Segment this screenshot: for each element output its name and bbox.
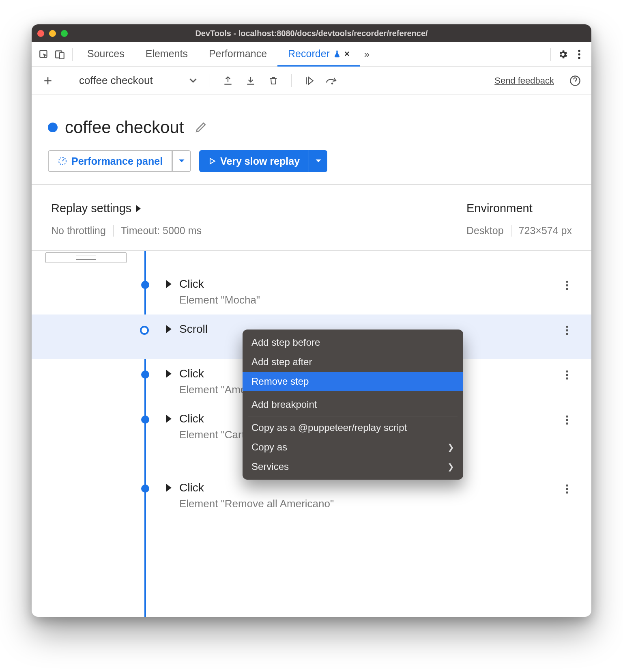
close-tab-icon[interactable]: × (344, 49, 350, 59)
environment-label: Environment (466, 202, 572, 215)
tab-label: Elements (146, 48, 188, 60)
svg-point-16 (566, 374, 568, 376)
step-node-icon (141, 370, 149, 379)
timeline-step[interactable]: Click Element "Mocha" (32, 269, 591, 314)
replay-settings-label: Replay settings (51, 202, 131, 215)
context-menu-item[interactable]: Remove step (243, 372, 463, 391)
step-more-icon[interactable] (559, 370, 575, 380)
device-toggle-icon[interactable] (52, 46, 68, 62)
zoom-window-button[interactable] (61, 30, 68, 37)
divider (210, 74, 210, 87)
menu-item-label: Add breakpoint (251, 399, 317, 410)
recording-name: coffee checkout (79, 74, 153, 87)
replay-speed-dropdown[interactable] (309, 150, 327, 172)
import-icon[interactable] (242, 72, 260, 90)
step-more-icon[interactable] (559, 280, 575, 291)
svg-point-17 (566, 377, 568, 379)
replay-settings[interactable]: Replay settings No throttling Timeout: 5… (51, 202, 202, 237)
settings-icon[interactable] (555, 46, 571, 62)
menu-item-label: Copy as a @puppeteer/replay script (251, 422, 407, 433)
tab-label: Recorder (288, 48, 330, 60)
divider (550, 48, 551, 61)
timeline-step[interactable]: Click Element "Remove all Americano" (32, 473, 591, 518)
step-node-icon (141, 416, 149, 424)
replay-button[interactable]: Very slow replay (199, 150, 327, 172)
expand-step-icon[interactable] (165, 370, 172, 378)
new-recording-button[interactable] (39, 72, 57, 90)
timeline: Click Element "Mocha" Scroll Click Eleme… (32, 251, 591, 617)
step-node-icon (140, 326, 149, 335)
play-icon (208, 157, 216, 165)
recording-indicator-icon (48, 123, 58, 132)
chevron-right-icon: ❯ (447, 442, 454, 452)
help-icon[interactable] (566, 72, 584, 90)
edit-title-icon[interactable] (194, 121, 207, 134)
svg-point-11 (566, 288, 568, 290)
expand-step-icon[interactable] (165, 484, 172, 492)
tab-sources[interactable]: Sources (77, 42, 135, 67)
context-menu-item[interactable]: Copy as a @puppeteer/replay script (243, 418, 463, 437)
tab-label: Performance (209, 48, 267, 60)
svg-point-10 (566, 284, 568, 286)
button-label: Performance panel (71, 155, 163, 167)
device-value: Desktop (466, 225, 504, 237)
delete-icon[interactable] (264, 72, 282, 90)
kebab-menu-icon[interactable] (571, 46, 587, 62)
more-tabs-icon[interactable]: » (360, 49, 374, 60)
expand-step-icon[interactable] (165, 325, 172, 333)
recording-dropdown[interactable]: coffee checkout (75, 74, 201, 87)
step-node-icon (141, 281, 149, 289)
flask-icon (333, 50, 341, 58)
export-icon[interactable] (219, 72, 237, 90)
svg-point-14 (566, 333, 568, 335)
titlebar: DevTools - localhost:8080/docs/devtools/… (32, 24, 591, 42)
viewport-value: 723×574 px (519, 225, 572, 237)
expand-step-icon[interactable] (165, 415, 172, 423)
step-node-icon (141, 485, 149, 493)
performance-panel-dropdown[interactable] (172, 150, 191, 172)
tab-performance[interactable]: Performance (198, 42, 277, 67)
svg-point-15 (566, 370, 568, 373)
menu-item-label: Add step before (251, 337, 320, 348)
svg-point-21 (566, 485, 568, 487)
caret-right-icon (135, 205, 141, 212)
svg-point-3 (578, 50, 580, 52)
tab-recorder[interactable]: Recorder × (277, 42, 360, 67)
inspect-icon[interactable] (36, 46, 52, 62)
screenshot-thumbnail[interactable] (45, 252, 127, 263)
svg-point-18 (566, 416, 568, 418)
performance-panel-button[interactable]: Performance panel (48, 150, 191, 172)
traffic-lights (37, 30, 68, 37)
send-feedback-link[interactable]: Send feedback (494, 75, 554, 86)
svg-rect-2 (60, 52, 64, 58)
step-subtitle: Element "Mocha" (179, 294, 559, 306)
context-menu-item[interactable]: Add step after (243, 352, 463, 372)
step-more-icon[interactable] (559, 325, 575, 336)
divider (511, 225, 511, 237)
context-menu-item[interactable]: Add step before (243, 333, 463, 352)
svg-point-5 (578, 56, 580, 58)
step-more-icon[interactable] (559, 415, 575, 425)
menu-item-label: Copy as (251, 442, 287, 453)
button-label: Very slow replay (220, 155, 300, 167)
timeout-value: Timeout: 5000 ms (121, 225, 202, 237)
step-over-icon[interactable] (323, 72, 341, 90)
menu-item-label: Remove step (251, 376, 309, 387)
step-subtitle: Element "Remove all Americano" (179, 498, 559, 510)
svg-point-9 (566, 281, 568, 283)
step-play-icon[interactable] (301, 72, 318, 90)
context-menu-item[interactable]: Add breakpoint (243, 395, 463, 414)
divider (66, 74, 66, 87)
step-title: Click (179, 278, 559, 291)
close-window-button[interactable] (37, 30, 44, 37)
minimize-window-button[interactable] (49, 30, 56, 37)
svg-point-20 (566, 422, 568, 424)
context-menu-item[interactable]: Copy as❯ (243, 437, 463, 457)
devtools-tabstrip: Sources Elements Performance Recorder × … (32, 42, 591, 67)
menu-item-label: Add step after (251, 356, 312, 368)
step-more-icon[interactable] (559, 484, 575, 494)
tab-elements[interactable]: Elements (135, 42, 198, 67)
step-context-menu: Add step beforeAdd step afterRemove step… (243, 330, 463, 480)
expand-step-icon[interactable] (165, 280, 172, 288)
context-menu-item[interactable]: Services❯ (243, 457, 463, 476)
